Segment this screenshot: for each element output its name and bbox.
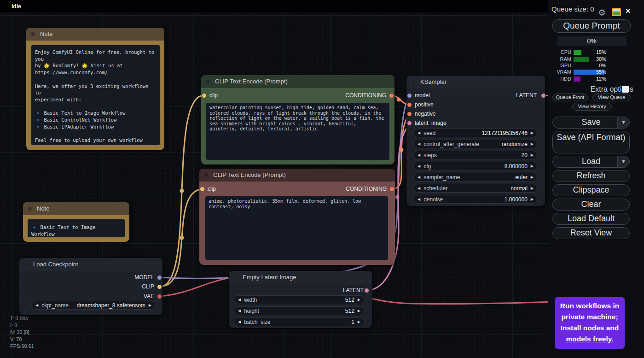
latent-output-slot[interactable] — [541, 94, 545, 98]
close-icon[interactable]: ✕ — [625, 7, 631, 15]
node-load-checkpoint[interactable]: Load Checkpoint MODEL CLIP VAE ◀ ckpt_na… — [19, 258, 162, 315]
decrement-icon[interactable]: ◀ — [35, 301, 38, 310]
node-note-info[interactable]: Note Enjoy ComfyUI Online for free, brou… — [26, 28, 164, 150]
collapse-dot-icon[interactable] — [24, 262, 29, 267]
chevron-down-icon[interactable]: ▼ — [617, 117, 629, 128]
height-widget[interactable]: ◀ height 512 ▶ — [234, 306, 365, 315]
decrement-icon[interactable]: ◀ — [418, 140, 420, 148]
clip-output-slot[interactable] — [157, 285, 162, 289]
decrement-icon[interactable]: ◀ — [238, 317, 241, 326]
node-ksampler[interactable]: KSampler model LATENT positive negative … — [406, 76, 545, 206]
positive-input-slot[interactable] — [407, 103, 412, 107]
widget-value: dreamshaper_8.safetensors — [76, 302, 145, 309]
node-clip-text-encode-positive[interactable]: CLIP Text Encode (Prompt) clip CONDITION… — [201, 75, 395, 164]
queue-front-button[interactable]: Queue Front — [552, 94, 588, 101]
collapse-dot-icon[interactable] — [28, 206, 32, 211]
prompt-textarea[interactable]: watercolor painting sunset, high tide, g… — [206, 103, 389, 160]
increment-icon[interactable]: ▶ — [531, 173, 534, 182]
clip-input-slot[interactable] — [200, 187, 204, 191]
prompt-textarea[interactable]: anime, photorealistic, 35mm film, deform… — [205, 196, 388, 260]
model-output-slot[interactable] — [157, 276, 162, 280]
width-widget[interactable]: ◀ width 512 ▶ — [234, 295, 365, 304]
collapse-dot-icon[interactable] — [206, 79, 210, 84]
queue-prompt-button[interactable]: Queue Prompt — [552, 19, 631, 33]
steps-widget[interactable]: ◀ steps 20 ▶ — [413, 151, 538, 159]
load-default-button[interactable]: Load Default — [552, 213, 630, 225]
increment-icon[interactable]: ▶ — [531, 129, 534, 137]
chevron-down-icon[interactable]: ▼ — [617, 156, 629, 167]
sampler-name-widget[interactable]: ◀ sampler_name euler ▶ — [413, 173, 538, 182]
decrement-icon[interactable]: ◀ — [418, 129, 420, 137]
node-header[interactable]: CLIP Text Encode (Prompt) — [199, 169, 395, 182]
node-empty-latent-image[interactable]: Empty Latent Image LATENT ◀ width 512 ▶ … — [229, 271, 372, 328]
node-header[interactable]: Load Checkpoint — [19, 258, 162, 271]
note-text[interactable]: 🔹 Basic Text to Image Workflow — [28, 219, 125, 237]
batch-size-widget[interactable]: ◀ batch_size 1 ▶ — [234, 317, 365, 326]
runcomfy-banner-link[interactable]: Run workflows in private machine; Instal… — [555, 297, 625, 349]
increment-icon[interactable]: ▶ — [531, 151, 534, 159]
scheduler-widget[interactable]: ◀ scheduler normal ▶ — [413, 184, 538, 193]
increment-icon[interactable]: ▶ — [149, 301, 151, 310]
node-clip-text-encode-negative[interactable]: CLIP Text Encode (Prompt) clip CONDITION… — [199, 169, 395, 265]
stat-iterations: I: 0 — [10, 322, 34, 329]
view-queue-button[interactable]: View Queue — [592, 94, 631, 101]
decrement-icon[interactable]: ◀ — [418, 184, 420, 193]
control-after-generate-widget[interactable]: ◀ control_after_generate randomize ▶ — [413, 140, 538, 148]
gpu-stat: GPU 0% — [548, 63, 644, 69]
node-note-workflow[interactable]: Note 🔹 Basic Text to Image Workflow — [23, 202, 129, 242]
increment-icon[interactable]: ▶ — [358, 306, 360, 315]
stat-value: 30% — [591, 56, 606, 62]
note-text[interactable]: Enjoy ComfyUI Online for free, brought t… — [31, 45, 160, 145]
increment-icon[interactable]: ▶ — [358, 295, 360, 304]
collapse-dot-icon[interactable] — [204, 173, 209, 177]
extra-options-checkbox[interactable] — [622, 86, 629, 93]
decrement-icon[interactable]: ◀ — [238, 306, 241, 315]
decrement-icon[interactable]: ◀ — [238, 295, 241, 304]
node-header[interactable]: Note — [26, 28, 164, 41]
increment-icon[interactable]: ▶ — [531, 195, 534, 204]
latent-output-slot[interactable] — [365, 288, 369, 293]
node-title: Empty Latent Image — [243, 274, 296, 281]
model-input-slot[interactable] — [407, 94, 412, 98]
view-history-button[interactable]: View History — [572, 103, 612, 111]
save-api-format-button[interactable]: Save (API Format) — [552, 131, 630, 153]
decrement-icon[interactable]: ◀ — [418, 162, 420, 170]
decrement-icon[interactable]: ◀ — [418, 151, 420, 159]
latent-image-input-slot[interactable] — [407, 121, 412, 125]
increment-icon[interactable]: ▶ — [531, 162, 534, 170]
widget-value: 20 — [521, 152, 527, 158]
stat-value: 12% — [591, 76, 606, 82]
negative-input-slot[interactable] — [407, 112, 412, 116]
node-header[interactable]: KSampler — [406, 76, 545, 88]
node-title: CLIP Text Encode (Prompt) — [213, 171, 286, 178]
conditioning-output-slot[interactable] — [389, 94, 394, 98]
decrement-icon[interactable]: ◀ — [418, 173, 420, 182]
load-button[interactable]: Load ▼ — [552, 156, 630, 168]
increment-icon[interactable]: ▶ — [531, 184, 534, 193]
node-header[interactable]: Empty Latent Image — [229, 271, 372, 284]
reset-view-button[interactable]: Reset View — [552, 227, 630, 239]
node-header[interactable]: CLIP Text Encode (Prompt) — [201, 75, 395, 88]
node-header[interactable]: Note — [23, 202, 129, 215]
collapse-dot-icon[interactable] — [411, 80, 416, 84]
collapse-dot-icon[interactable] — [233, 275, 238, 280]
refresh-button[interactable]: Refresh — [552, 170, 630, 182]
ram-stat: RAM 30% — [548, 56, 644, 62]
vram-stat: VRAM 55% — [548, 69, 644, 75]
increment-icon[interactable]: ▶ — [531, 140, 534, 148]
clear-button[interactable]: Clear — [552, 199, 630, 211]
image-icon[interactable] — [612, 8, 621, 16]
decrement-icon[interactable]: ◀ — [418, 195, 420, 204]
denoise-widget[interactable]: ◀ denoise 1.000000 ▶ — [413, 195, 538, 204]
increment-icon[interactable]: ▶ — [358, 317, 360, 326]
seed-widget[interactable]: ◀ seed 121721195356746 ▶ — [413, 129, 538, 137]
clip-input-slot[interactable] — [202, 94, 206, 98]
conditioning-output-slot[interactable] — [390, 187, 394, 191]
clipspace-button[interactable]: Clipspace — [552, 184, 630, 196]
cfg-widget[interactable]: ◀ cfg 8.000000 ▶ — [413, 162, 538, 170]
gear-icon[interactable]: ⚙ — [598, 7, 606, 18]
save-button[interactable]: Save ▼ — [552, 117, 630, 129]
vae-output-slot[interactable] — [157, 294, 162, 299]
ckpt-name-widget[interactable]: ◀ ckpt_name dreamshaper_8.safetensors ▶ — [31, 301, 156, 310]
collapse-dot-icon[interactable] — [31, 32, 35, 36]
